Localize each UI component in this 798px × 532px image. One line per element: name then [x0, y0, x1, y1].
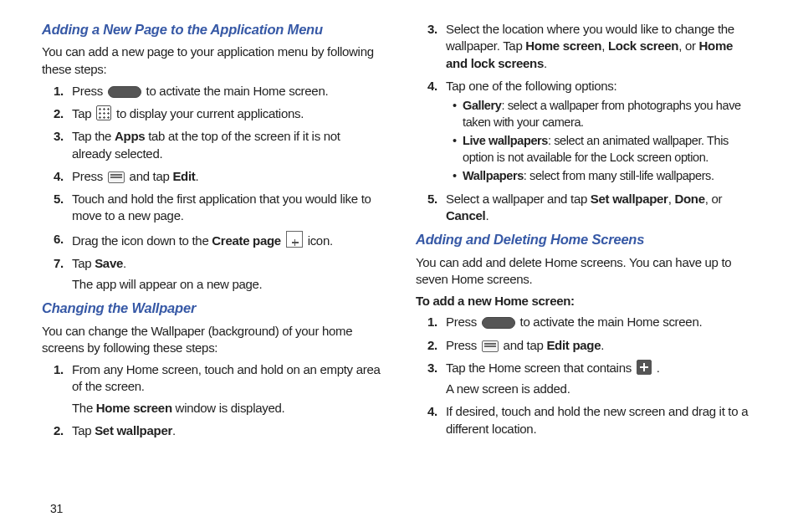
right-column: Select the location where you would like…	[416, 17, 756, 445]
bold: Wallpapers	[463, 169, 524, 182]
wallpaper-options: Gallery: select a wallpaper from photogr…	[446, 98, 756, 185]
text: .	[196, 169, 199, 183]
bold: Create page	[212, 233, 281, 248]
bold: Set wallpaper	[95, 423, 172, 437]
page-number: 31	[50, 502, 63, 515]
heading-add-delete-home: Adding and Deleting Home Screens	[416, 230, 756, 248]
text: .	[544, 56, 547, 70]
bold: Home screen	[525, 38, 601, 53]
bold: Done	[674, 192, 704, 206]
bold: Apps	[115, 129, 145, 143]
steps-add-app-page: Press to activate the main Home screen. …	[42, 83, 382, 294]
text: icon.	[304, 233, 333, 248]
step: Press and tap Edit page.	[446, 337, 756, 354]
text: Tap	[72, 256, 95, 270]
bold: Lock screen	[608, 38, 678, 53]
text: window is displayed.	[172, 401, 285, 415]
heading-add-app-page: Adding a New Page to the Application Men…	[42, 20, 382, 38]
bold: Home screen	[96, 401, 172, 415]
heading-change-wallpaper: Changing the Wallpaper	[42, 299, 382, 317]
bold: Gallery	[463, 99, 501, 112]
bold: Cancel	[446, 208, 485, 223]
text: , or	[678, 38, 698, 53]
bold: Save	[95, 256, 123, 270]
step: If desired, touch and hold the new scree…	[446, 403, 756, 437]
step: Tap the Apps tab at the top of the scree…	[72, 128, 382, 162]
left-column: Adding a New Page to the Application Men…	[42, 17, 382, 445]
list-item: Gallery: select a wallpaper from photogr…	[453, 98, 756, 130]
step: Tap one of the following options: Galler…	[446, 78, 756, 185]
text: Press	[72, 84, 106, 98]
text: Tap one of the following options:	[446, 79, 616, 93]
text: .	[485, 208, 489, 223]
step: Tap to display your current applications…	[72, 105, 382, 122]
text: to activate the main Home screen.	[143, 84, 329, 98]
text: Tap the	[72, 129, 115, 143]
intro-add-delete-home: You can add and delete Home screens. You…	[416, 254, 756, 289]
step: Press to activate the main Home screen.	[446, 314, 756, 330]
text: Tap	[72, 106, 95, 120]
text: Tap the Home screen that contains	[446, 361, 635, 375]
step: Tap Set wallpaper.	[72, 422, 382, 439]
steps-add-home: Press to activate the main Home screen. …	[416, 314, 756, 437]
sub-text: A new screen is added.	[446, 381, 756, 397]
text: Select a wallpaper and tap	[446, 192, 591, 206]
steps-change-wallpaper-cont: Select the location where you would like…	[416, 21, 756, 224]
page-content: Adding a New Page to the Application Men…	[0, 0, 798, 445]
text: .	[601, 338, 604, 352]
text: : select a wallpaper from photographs yo…	[463, 99, 741, 129]
text: Press	[446, 315, 480, 329]
step: Touch and hold the first application tha…	[72, 191, 382, 225]
bold: Edit	[172, 169, 195, 183]
text: Tap	[72, 423, 95, 437]
sub-text: The app will appear on a new page.	[72, 276, 382, 293]
bold: Set wallpaper	[591, 192, 668, 206]
apps-grid-icon	[96, 105, 111, 120]
step: Press and tap Edit.	[72, 168, 382, 185]
text: Press	[72, 169, 106, 183]
text: to display your current applications.	[113, 106, 304, 120]
text: .	[123, 256, 126, 270]
steps-change-wallpaper: From any Home screen, touch and hold on …	[42, 361, 382, 439]
menu-icon	[108, 171, 125, 183]
text: to activate the main Home screen.	[517, 315, 703, 329]
plus-icon	[637, 360, 652, 375]
list-item: Live wallpapers: select an animated wall…	[453, 133, 756, 166]
step: Select the location where you would like…	[446, 21, 756, 72]
intro-change-wallpaper: You can change the Wallpaper (background…	[42, 323, 382, 357]
intro-add-app-page: You can add a new page to your applicati…	[42, 43, 382, 78]
text: .	[172, 423, 176, 437]
text: The	[72, 401, 96, 415]
bold: Edit page	[546, 338, 601, 352]
step: From any Home screen, touch and hold on …	[72, 361, 382, 417]
create-page-icon	[286, 231, 303, 248]
text: , or	[705, 192, 722, 206]
subheading-add-home: To add a new Home screen:	[416, 293, 756, 309]
step: Select a wallpaper and tap Set wallpaper…	[446, 191, 756, 225]
text: From any Home screen, touch and hold on …	[72, 362, 380, 393]
sub-text: The Home screen window is displayed.	[72, 400, 382, 417]
step: Press to activate the main Home screen.	[72, 83, 382, 100]
step: Tap the Home screen that contains . A ne…	[446, 360, 756, 398]
home-button-icon	[108, 86, 141, 98]
text: and tap	[500, 338, 547, 352]
text: and tap	[126, 169, 173, 183]
bold: Live wallpapers	[463, 134, 548, 147]
text: Drag the icon down to the	[72, 233, 212, 248]
menu-icon	[482, 340, 499, 352]
step: Tap Save. The app will appear on a new p…	[72, 255, 382, 294]
text: : select from many still-life wallpapers…	[524, 169, 714, 182]
text: Press	[446, 338, 480, 352]
list-item: Wallpapers: select from many still-life …	[453, 168, 756, 185]
step: Drag the icon down to the Create page ic…	[72, 231, 382, 249]
home-button-icon	[482, 317, 515, 329]
text: .	[653, 361, 660, 375]
text: ,	[601, 38, 608, 53]
